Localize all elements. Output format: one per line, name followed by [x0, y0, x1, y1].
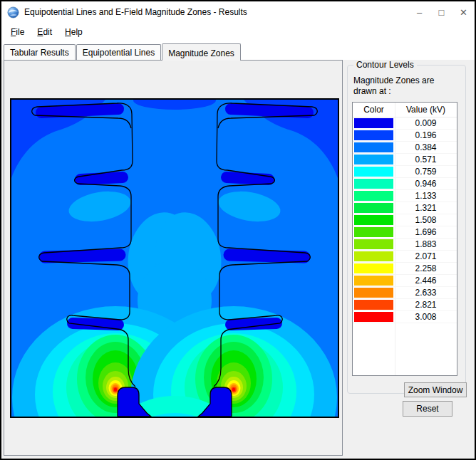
level-value: 2.071 [395, 251, 457, 262]
title-bar: Equipotential Lines and E-Field Magnitud… [1, 1, 475, 23]
tab-bar: Tabular Results Equipotential Lines Magn… [1, 41, 475, 60]
reset-button[interactable]: Reset [403, 401, 452, 417]
globe-icon [7, 6, 19, 19]
color-swatch-cell [353, 251, 395, 262]
level-value: 1.883 [395, 239, 457, 250]
color-swatch [354, 203, 393, 213]
groupbox-title: Contour Levels [353, 60, 417, 70]
color-swatch-cell [353, 226, 395, 238]
table-row: 1.883 [353, 239, 457, 251]
window-controls: – □ ✕ [408, 1, 475, 23]
color-swatch-cell [353, 299, 395, 310]
table-header: Color Value (kV) [353, 103, 457, 117]
zones-description-line2: drawn at : [353, 86, 465, 97]
table-row: 1.696 [353, 226, 457, 239]
side-panel: Contour Levels Magnitude Zones are drawn… [343, 60, 475, 459]
color-swatch-cell [353, 154, 395, 165]
color-swatch [354, 118, 393, 128]
level-value: 1.133 [395, 190, 457, 202]
zoom-window-button[interactable]: Zoom Window [404, 382, 467, 397]
table-row: 2.446 [353, 275, 457, 287]
table-row: 0.009 [353, 117, 457, 130]
level-value: 2.446 [395, 275, 457, 286]
color-swatch-cell [353, 178, 395, 189]
table-row: 1.133 [353, 190, 457, 202]
menu-file-label: ile [16, 27, 24, 37]
close-button[interactable]: ✕ [452, 1, 475, 23]
level-value: 0.196 [395, 130, 457, 141]
levels-table: Color Value (kV) 0.009 [352, 102, 457, 376]
table-row: 0.946 [353, 178, 457, 190]
level-value: 1.696 [395, 226, 457, 238]
color-swatch [354, 215, 393, 225]
level-value: 2.821 [395, 299, 457, 310]
color-swatch [354, 239, 393, 249]
color-swatch-cell [353, 130, 395, 141]
zoom-button-row: Zoom Window [352, 382, 457, 397]
color-swatch [354, 155, 393, 164]
level-value: 0.759 [395, 166, 457, 177]
color-swatch-cell [353, 287, 395, 298]
plot-panel [4, 60, 343, 456]
reset-button-row: Reset [347, 401, 466, 417]
menu-item-file[interactable]: File [4, 25, 31, 39]
table-row: 1.321 [353, 202, 457, 214]
level-value: 1.321 [395, 202, 457, 214]
table-row: 2.821 [353, 299, 457, 311]
color-swatch-cell [353, 142, 395, 153]
table-rows: 0.009 0.196 [353, 117, 457, 323]
minimize-button[interactable]: – [408, 1, 430, 23]
zones-description-line1: Magnitude Zones are [353, 75, 465, 86]
color-swatch-cell [353, 275, 395, 286]
color-column-header: Color [353, 103, 395, 117]
level-value: 1.508 [395, 214, 457, 226]
menu-help-label: elp [71, 27, 83, 37]
color-swatch-cell [353, 311, 395, 323]
level-value: 0.571 [395, 154, 457, 165]
color-swatch [354, 227, 393, 237]
color-swatch-cell [353, 117, 395, 129]
level-value: 3.008 [395, 311, 457, 323]
zones-description: Magnitude Zones are drawn at : [353, 75, 465, 97]
tab-tabular-results[interactable]: Tabular Results [4, 44, 76, 60]
color-swatch [354, 142, 393, 152]
tab-equipotential-lines[interactable]: Equipotential Lines [76, 44, 161, 60]
table-row: 2.633 [353, 287, 457, 299]
color-swatch [354, 179, 393, 189]
level-value: 2.633 [395, 287, 457, 298]
level-value: 0.384 [395, 142, 457, 153]
menu-edit-label: dit [43, 27, 52, 37]
color-swatch [354, 300, 393, 310]
contour-levels-groupbox: Contour Levels Magnitude Zones are drawn… [347, 65, 466, 394]
table-row: 2.258 [353, 263, 457, 275]
contour-plot-frame [10, 98, 339, 418]
level-value: 0.946 [395, 178, 457, 189]
color-swatch [354, 276, 393, 286]
tab-content-area: Contour Levels Magnitude Zones are drawn… [1, 60, 475, 459]
table-row: 2.071 [353, 251, 457, 263]
table-row: 0.571 [353, 154, 457, 166]
color-swatch-cell [353, 214, 395, 226]
window-title: Equipotential Lines and E-Field Magnitud… [24, 7, 408, 17]
table-row: 0.384 [353, 142, 457, 154]
maximize-button[interactable]: □ [430, 1, 452, 23]
color-swatch-cell [353, 190, 395, 202]
menu-item-edit[interactable]: Edit [31, 25, 58, 39]
value-column-header: Value (kV) [395, 103, 457, 117]
color-swatch-cell [353, 239, 395, 250]
color-swatch [354, 263, 393, 273]
color-swatch [354, 191, 393, 201]
level-value: 2.258 [395, 263, 457, 274]
table-row: 0.196 [353, 130, 457, 142]
menu-help-accelerator: H [65, 27, 71, 37]
table-row: 1.508 [353, 214, 457, 226]
color-swatch-cell [353, 166, 395, 177]
color-swatch [354, 288, 393, 298]
tab-magnitude-zones[interactable]: Magnitude Zones [162, 43, 241, 61]
color-swatch-cell [353, 263, 395, 274]
table-row: 0.759 [353, 166, 457, 178]
color-swatch [354, 167, 393, 177]
menu-item-help[interactable]: Help [58, 25, 89, 39]
color-swatch [354, 130, 393, 140]
level-value: 0.009 [395, 117, 457, 129]
